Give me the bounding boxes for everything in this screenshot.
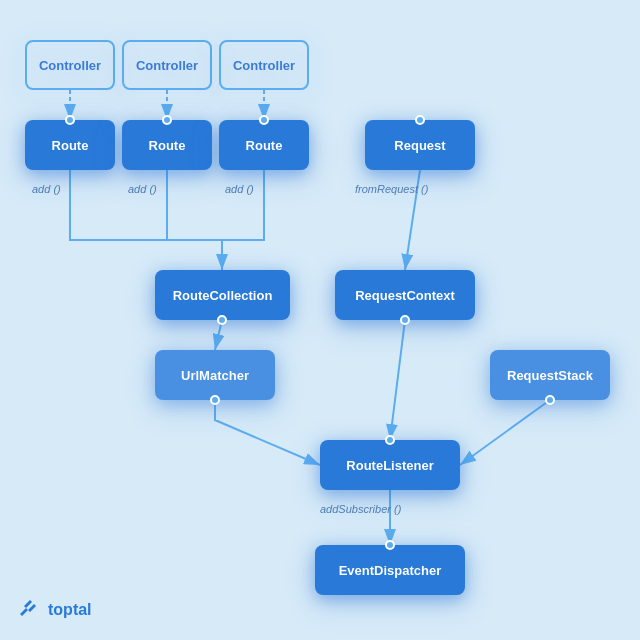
route3-node: Route (219, 120, 309, 170)
eventdispatcher-node: EventDispatcher (315, 545, 465, 595)
toptal-icon (18, 598, 42, 622)
dot-eventdispatcher (385, 540, 395, 550)
urlmatcher-label: UrlMatcher (181, 368, 249, 383)
toptal-text: toptal (48, 601, 92, 619)
route2-label: Route (149, 138, 186, 153)
routecollection-label: RouteCollection (173, 288, 273, 303)
dot-requeststack (545, 395, 555, 405)
route1-label: Route (52, 138, 89, 153)
connectors-svg (0, 0, 640, 640)
route1-node: Route (25, 120, 115, 170)
toptal-logo: toptal (18, 598, 92, 622)
dot-request (415, 115, 425, 125)
dot-urlmatcher (210, 395, 220, 405)
controller1-node: Controller (25, 40, 115, 90)
add1-label: add () (32, 183, 61, 195)
requeststack-node: RequestStack (490, 350, 610, 400)
dot-route2 (162, 115, 172, 125)
urlmatcher-node: UrlMatcher (155, 350, 275, 400)
route3-label: Route (246, 138, 283, 153)
addsubscriber-label: addSubscriber () (320, 503, 401, 515)
routelistener-label: RouteListener (346, 458, 433, 473)
dot-requestcontext (400, 315, 410, 325)
controller3-node: Controller (219, 40, 309, 90)
controller2-label: Controller (136, 58, 198, 73)
requeststack-label: RequestStack (507, 368, 593, 383)
controller3-label: Controller (233, 58, 295, 73)
routecollection-node: RouteCollection (155, 270, 290, 320)
request-node: Request (365, 120, 475, 170)
fromrequest-label: fromRequest () (355, 183, 428, 195)
add3-label: add () (225, 183, 254, 195)
routelistener-node: RouteListener (320, 440, 460, 490)
dot-route3 (259, 115, 269, 125)
dot-routelistener (385, 435, 395, 445)
route2-node: Route (122, 120, 212, 170)
requestcontext-node: RequestContext (335, 270, 475, 320)
add2-label: add () (128, 183, 157, 195)
controller1-label: Controller (39, 58, 101, 73)
diagram: Controller Controller Controller Route R… (0, 0, 640, 640)
requestcontext-label: RequestContext (355, 288, 455, 303)
controller2-node: Controller (122, 40, 212, 90)
dot-routecollection (217, 315, 227, 325)
request-label: Request (394, 138, 445, 153)
dot-route1 (65, 115, 75, 125)
eventdispatcher-label: EventDispatcher (339, 563, 442, 578)
